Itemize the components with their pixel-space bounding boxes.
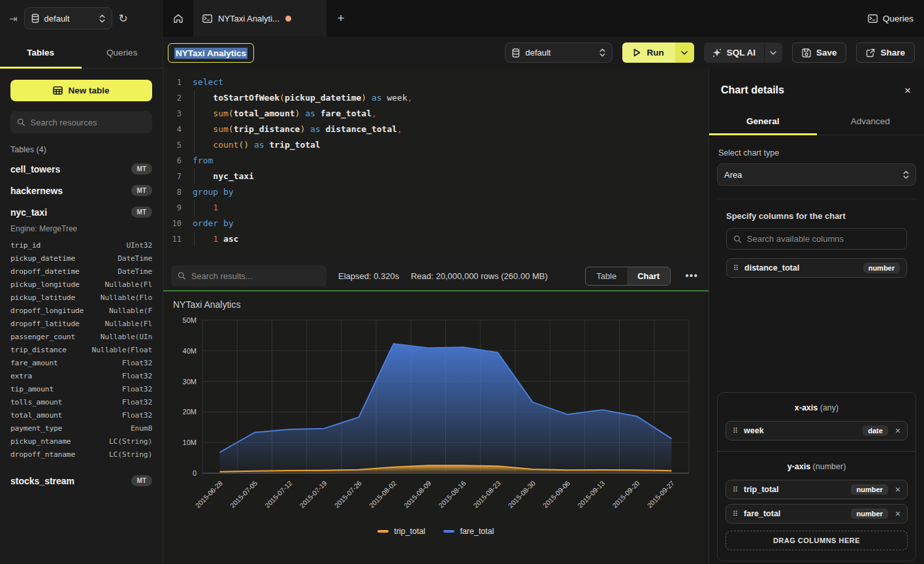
- column-chip-distance-total[interactable]: ⠿ distance_total number: [726, 258, 907, 278]
- column-row: payment_typeEnum8: [10, 422, 152, 435]
- column-type: LC(String): [109, 437, 152, 446]
- panel-tab-general[interactable]: General: [709, 109, 817, 135]
- save-button[interactable]: Save: [792, 42, 847, 63]
- panel-header: Chart details ×: [709, 69, 924, 109]
- play-icon: [633, 48, 641, 57]
- column-row: extraFloat32: [10, 369, 152, 382]
- table-row[interactable]: cell_towersMT: [10, 158, 152, 180]
- drag-handle-icon[interactable]: ⠿: [733, 265, 739, 272]
- resource-search[interactable]: [10, 111, 152, 133]
- view-toggle-chart[interactable]: Chart: [627, 267, 670, 285]
- drag-handle-icon[interactable]: ⠿: [733, 486, 738, 493]
- tab-nytaxi-analytics[interactable]: NYTaxi Analyti...: [193, 0, 327, 37]
- svg-text:10M: 10M: [183, 439, 197, 446]
- run-button[interactable]: Run: [622, 42, 675, 63]
- svg-text:2015-09-27: 2015-09-27: [645, 479, 676, 510]
- legend-label: fare_total: [460, 527, 494, 536]
- legend-item-trip_total[interactable]: trip_total: [377, 527, 425, 536]
- drag-handle-icon[interactable]: ⠿: [733, 427, 738, 435]
- svg-text:2015-09-06: 2015-09-06: [541, 479, 572, 510]
- sidebar-tab-queries[interactable]: Queries: [82, 37, 163, 68]
- share-button[interactable]: Share: [856, 42, 915, 63]
- new-table-label: New table: [68, 86, 109, 95]
- resource-search-input[interactable]: [31, 118, 146, 127]
- save-button-label: Save: [816, 48, 837, 58]
- chevron-updown-icon: [599, 48, 605, 57]
- y-axis-title: y-axis (number): [725, 462, 908, 471]
- svg-text:2015-08-16: 2015-08-16: [437, 479, 468, 510]
- type-badge: number: [851, 484, 887, 495]
- chart-type-select[interactable]: Area: [717, 163, 916, 186]
- line-text: count() as trip_total: [193, 137, 321, 153]
- sidebar-tab-tables[interactable]: Tables: [0, 37, 82, 68]
- line-number: 8: [163, 184, 182, 200]
- x-axis-chip-week[interactable]: ⠿ week date ×: [725, 421, 908, 440]
- home-button[interactable]: [163, 0, 193, 37]
- column-name: pickup_datetime: [10, 254, 75, 263]
- column-type: Nullable(Flo: [101, 293, 152, 302]
- database-selector[interactable]: default: [24, 7, 112, 29]
- results-search-input[interactable]: [191, 271, 320, 281]
- more-options-button[interactable]: •••: [682, 270, 701, 282]
- code-line: 4 sum(trip_distance) as distance_total,: [163, 122, 709, 137]
- type-badge: date: [863, 425, 888, 436]
- line-number: 6: [163, 153, 182, 169]
- line-text: group by: [193, 184, 234, 200]
- panel-tab-advanced[interactable]: Advanced: [817, 109, 924, 135]
- query-actions: default Run: [505, 42, 915, 63]
- table-row[interactable]: hackernewsMT: [10, 180, 152, 201]
- column-search-input[interactable]: [747, 234, 900, 244]
- query-title-input[interactable]: NYTaxi Analytics: [168, 43, 254, 63]
- table-row[interactable]: nyc_taxiMT: [10, 201, 152, 223]
- table-row[interactable]: stocks_streamMT: [10, 470, 152, 491]
- sql-ai-options-button[interactable]: [764, 42, 782, 63]
- remove-icon[interactable]: ×: [894, 484, 900, 495]
- sql-ai-button[interactable]: SQL AI: [704, 48, 764, 58]
- refresh-icon[interactable]: ↻: [119, 13, 128, 24]
- remove-icon[interactable]: ×: [894, 508, 900, 519]
- tables-list: cell_towersMThackernewsMTnyc_taxiMTEngin…: [0, 158, 163, 491]
- type-badge: number: [851, 508, 887, 519]
- y-axis-chip-trip-total[interactable]: ⠿ trip_total number ×: [725, 480, 908, 499]
- database-selector-value: default: [44, 14, 94, 24]
- column-row: trip_distanceNullable(Float: [10, 343, 152, 356]
- column-row: trip_idUInt32: [10, 239, 152, 252]
- run-options-button[interactable]: [675, 42, 694, 63]
- code-line: 10order by: [163, 216, 709, 231]
- drag-handle-icon[interactable]: ⠿: [733, 510, 738, 518]
- view-toggle-table[interactable]: Table: [586, 267, 627, 285]
- line-number: 2: [163, 90, 182, 106]
- close-icon[interactable]: ×: [904, 85, 911, 96]
- sidebar-header: ⇥ default ↻: [0, 0, 163, 37]
- sql-editor[interactable]: 1select2 toStartOfWeek(pickup_datetime) …: [163, 69, 709, 261]
- top-bar: ⇥ default ↻: [0, 0, 924, 37]
- remove-icon[interactable]: ×: [894, 425, 900, 436]
- drag-columns-dropzone[interactable]: DRAG COLUMNS HERE: [725, 531, 908, 550]
- results-search[interactable]: [171, 265, 327, 286]
- legend-item-fare_total[interactable]: fare_total: [443, 527, 494, 536]
- column-name: fare_amount: [10, 359, 58, 367]
- queries-button[interactable]: Queries: [868, 0, 914, 37]
- column-search[interactable]: [726, 228, 907, 250]
- run-database-selector[interactable]: default: [505, 42, 613, 63]
- new-table-button[interactable]: New table: [10, 80, 152, 101]
- code-line: 7 nyc_taxi: [163, 169, 709, 184]
- column-type: Nullable(F: [109, 307, 152, 315]
- svg-text:50M: 50M: [183, 316, 197, 324]
- svg-text:2015-07-26: 2015-07-26: [332, 479, 363, 510]
- collapse-sidebar-icon[interactable]: ⇥: [9, 14, 18, 24]
- table-name: hackernews: [10, 186, 63, 196]
- code-line: 5 count() as trip_total: [163, 137, 709, 153]
- chip-label: fare_total: [744, 509, 845, 518]
- x-axis-section: x-axis (any) ⠿ week date ×: [718, 393, 916, 451]
- svg-text:2015-09-20: 2015-09-20: [611, 479, 641, 510]
- svg-text:2015-07-19: 2015-07-19: [298, 479, 328, 510]
- line-text: select: [193, 75, 223, 90]
- y-axis-chip-fare-total[interactable]: ⠿ fare_total number ×: [725, 504, 908, 523]
- column-type: Float32: [122, 385, 152, 393]
- chevron-down-icon: [770, 51, 776, 55]
- column-type: UInt32: [126, 241, 152, 250]
- svg-text:20M: 20M: [183, 408, 197, 416]
- legend-swatch: [443, 530, 454, 533]
- new-tab-button[interactable]: +: [327, 0, 355, 37]
